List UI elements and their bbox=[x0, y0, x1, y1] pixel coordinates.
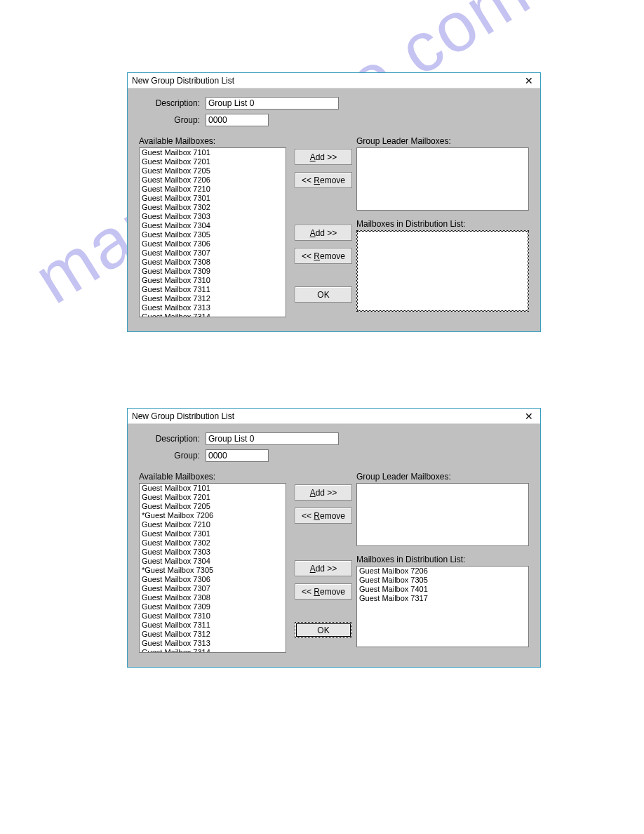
dist-list-label: Mailboxes in Distribution List: bbox=[356, 555, 529, 564]
close-icon[interactable]: ✕ bbox=[522, 76, 536, 86]
group-leader-list[interactable] bbox=[356, 483, 529, 546]
remove-leader-button[interactable]: << Remove bbox=[295, 172, 352, 188]
list-item[interactable]: *Guest Mailbox 7305 bbox=[140, 566, 286, 575]
list-item[interactable]: Guest Mailbox 7309 bbox=[140, 267, 286, 276]
list-item[interactable]: Guest Mailbox 7305 bbox=[357, 576, 528, 585]
list-item[interactable]: Guest Mailbox 7314 bbox=[140, 648, 286, 653]
add-leader-button[interactable]: Add >> bbox=[295, 484, 352, 501]
list-item[interactable]: Guest Mailbox 7301 bbox=[140, 194, 286, 203]
list-item[interactable]: Guest Mailbox 7401 bbox=[357, 585, 528, 594]
available-mailboxes-label: Available Mailboxes: bbox=[139, 472, 286, 482]
list-item[interactable]: Guest Mailbox 7302 bbox=[140, 538, 286, 548]
description-input[interactable] bbox=[206, 97, 339, 110]
list-item[interactable]: Guest Mailbox 7205 bbox=[140, 166, 286, 176]
description-label: Description: bbox=[139, 434, 206, 444]
window-title: New Group Distribution List bbox=[132, 411, 234, 421]
description-label: Description: bbox=[139, 98, 206, 108]
list-item[interactable]: Guest Mailbox 7205 bbox=[140, 502, 286, 511]
list-item[interactable]: Guest Mailbox 7311 bbox=[140, 621, 286, 630]
list-item[interactable]: Guest Mailbox 7313 bbox=[140, 639, 286, 648]
list-item[interactable]: Guest Mailbox 7201 bbox=[140, 157, 286, 166]
group-label: Group: bbox=[139, 451, 206, 461]
close-icon[interactable]: ✕ bbox=[522, 411, 536, 421]
ok-button[interactable]: OK bbox=[295, 622, 352, 638]
list-item[interactable]: Guest Mailbox 7210 bbox=[140, 185, 286, 194]
list-item[interactable]: Guest Mailbox 7311 bbox=[140, 285, 286, 294]
list-item[interactable]: Guest Mailbox 7312 bbox=[140, 630, 286, 639]
list-item[interactable]: Guest Mailbox 7210 bbox=[140, 520, 286, 529]
list-item[interactable]: Guest Mailbox 7304 bbox=[140, 221, 286, 230]
list-item[interactable]: Guest Mailbox 7206 bbox=[140, 176, 286, 185]
remove-dist-button[interactable]: << Remove bbox=[295, 248, 352, 264]
list-item[interactable]: Guest Mailbox 7314 bbox=[140, 312, 286, 317]
group-leader-list[interactable] bbox=[356, 147, 529, 211]
list-item[interactable]: Guest Mailbox 7306 bbox=[140, 239, 286, 249]
list-item[interactable]: Guest Mailbox 7201 bbox=[140, 493, 286, 502]
list-item[interactable]: Guest Mailbox 7306 bbox=[140, 575, 286, 584]
group-input[interactable] bbox=[206, 114, 269, 126]
list-item[interactable]: Guest Mailbox 7310 bbox=[140, 276, 286, 285]
group-label: Group: bbox=[139, 115, 206, 125]
description-input[interactable] bbox=[206, 432, 339, 445]
list-item[interactable]: Guest Mailbox 7308 bbox=[140, 258, 286, 267]
list-item[interactable]: Guest Mailbox 7305 bbox=[140, 230, 286, 239]
group-leader-label: Group Leader Mailboxes: bbox=[356, 136, 529, 146]
dialog-new-group-dist-list: New Group Distribution List ✕ Descriptio… bbox=[127, 408, 541, 668]
list-item[interactable]: Guest Mailbox 7301 bbox=[140, 529, 286, 538]
list-item[interactable]: Guest Mailbox 7304 bbox=[140, 557, 286, 566]
available-mailboxes-label: Available Mailboxes: bbox=[139, 136, 286, 146]
available-mailboxes-list[interactable]: Guest Mailbox 7101Guest Mailbox 7201Gues… bbox=[139, 147, 286, 317]
list-item[interactable]: Guest Mailbox 7307 bbox=[140, 584, 286, 593]
titlebar: New Group Distribution List ✕ bbox=[128, 73, 540, 88]
add-dist-button[interactable]: Add >> bbox=[295, 560, 352, 576]
window-title: New Group Distribution List bbox=[132, 76, 234, 86]
available-mailboxes-list[interactable]: Guest Mailbox 7101Guest Mailbox 7201Gues… bbox=[139, 483, 286, 653]
list-item[interactable]: Guest Mailbox 7101 bbox=[140, 148, 286, 157]
dist-list[interactable] bbox=[356, 230, 529, 312]
list-item[interactable]: Guest Mailbox 7308 bbox=[140, 593, 286, 602]
list-item[interactable]: Guest Mailbox 7309 bbox=[140, 602, 286, 611]
dist-list[interactable]: Guest Mailbox 7206Guest Mailbox 7305Gues… bbox=[356, 566, 529, 647]
list-item[interactable]: *Guest Mailbox 7206 bbox=[140, 511, 286, 520]
group-leader-label: Group Leader Mailboxes: bbox=[356, 472, 529, 482]
dist-list-label: Mailboxes in Distribution List: bbox=[356, 219, 529, 229]
list-item[interactable]: Guest Mailbox 7303 bbox=[140, 212, 286, 221]
list-item[interactable]: Guest Mailbox 7310 bbox=[140, 611, 286, 621]
list-item[interactable]: Guest Mailbox 7312 bbox=[140, 294, 286, 303]
list-item[interactable]: Guest Mailbox 7101 bbox=[140, 484, 286, 493]
ok-button[interactable]: OK bbox=[295, 286, 352, 303]
list-item[interactable]: Guest Mailbox 7307 bbox=[140, 249, 286, 258]
group-input[interactable] bbox=[206, 449, 269, 462]
list-item[interactable]: Guest Mailbox 7317 bbox=[357, 594, 528, 603]
list-item[interactable]: Guest Mailbox 7302 bbox=[140, 203, 286, 212]
list-item[interactable]: Guest Mailbox 7313 bbox=[140, 303, 286, 312]
add-dist-button[interactable]: Add >> bbox=[295, 225, 352, 241]
remove-dist-button[interactable]: << Remove bbox=[295, 583, 352, 600]
list-item[interactable]: Guest Mailbox 7303 bbox=[140, 548, 286, 557]
remove-leader-button[interactable]: << Remove bbox=[295, 508, 352, 524]
add-leader-button[interactable]: Add >> bbox=[295, 149, 352, 165]
dialog-new-group-dist-list: New Group Distribution List ✕ Descriptio… bbox=[127, 72, 541, 332]
list-item[interactable]: Guest Mailbox 7206 bbox=[357, 567, 528, 576]
titlebar: New Group Distribution List ✕ bbox=[128, 409, 540, 424]
